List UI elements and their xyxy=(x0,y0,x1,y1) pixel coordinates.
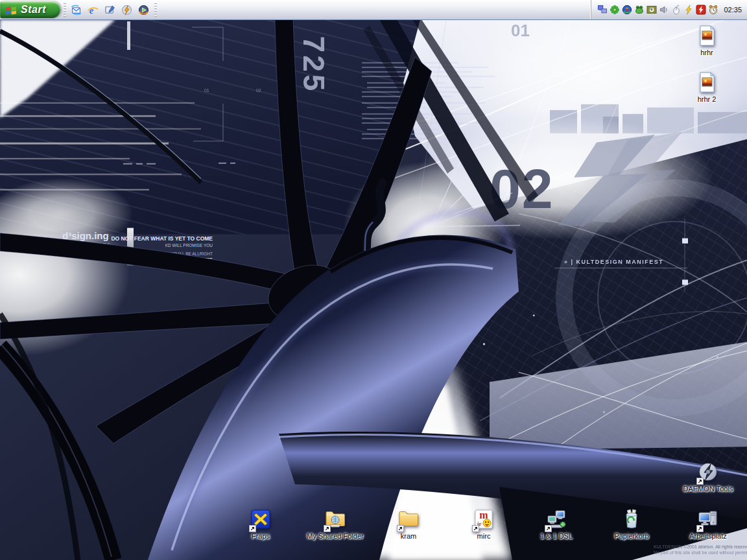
taskbar-drag-handle[interactable] xyxy=(154,3,157,17)
my-computer-icon xyxy=(697,508,719,530)
windows-logo-icon xyxy=(5,5,17,15)
frog-icon[interactable] xyxy=(634,5,645,16)
desktop-icon-papierkorb[interactable]: Papierkorb xyxy=(596,508,667,540)
panel-number-1: 01 xyxy=(204,88,209,93)
shortcut-arrow-icon xyxy=(696,523,704,530)
desktop-icon-label: DAEMON Tools xyxy=(683,485,733,493)
internet-explorer-icon[interactable]: e xyxy=(86,2,101,18)
folder-icon xyxy=(397,508,420,530)
mouse-icon[interactable] xyxy=(670,5,682,16)
desktop-icon-label: Fraps xyxy=(252,532,270,540)
desktop-icon-1und1-dsl[interactable]: 1 & 1 DSL xyxy=(521,508,592,540)
image-file-icon xyxy=(696,25,718,47)
desktop-icon-label: 1 & 1 DSL xyxy=(540,532,573,540)
desktop-icon-kram[interactable]: kram xyxy=(373,508,444,540)
lightning-bolt-icon[interactable] xyxy=(683,5,694,16)
svg-text:e: e xyxy=(89,5,94,15)
shared-folder-icon xyxy=(324,508,346,530)
recycle-bin-icon xyxy=(621,508,643,530)
quick-launch-bar: e xyxy=(69,2,151,18)
desktop-icon-daemon-tools[interactable]: DAEMON Tools xyxy=(672,461,744,493)
desktop-icon-label: hrhr xyxy=(700,49,713,56)
fraps-icon xyxy=(250,508,272,530)
copyright-line1: KULTDESIGN ©2001 ableton. All rights res… xyxy=(654,544,747,550)
volume-icon[interactable] xyxy=(658,5,669,16)
daemon-tools-icon xyxy=(697,461,719,483)
globe-badge-icon[interactable] xyxy=(621,5,632,16)
desktop-icon-hrhr[interactable]: hrhr xyxy=(671,25,742,56)
start-button[interactable]: Start xyxy=(0,1,60,18)
desktop-icon-label: kram xyxy=(401,532,416,540)
panel-number-2: 02 xyxy=(256,88,261,93)
system-tray: 02:35 xyxy=(591,0,747,19)
quicklaunch-drag-handle[interactable] xyxy=(64,3,66,17)
wallpaper-number-01: 01 xyxy=(511,21,530,40)
wallpaper-number-725: 725 xyxy=(297,36,331,94)
shortcut-arrow-icon xyxy=(696,476,704,483)
shortcut-arrow-icon xyxy=(324,523,331,530)
start-label: Start xyxy=(21,4,46,16)
green-flower-icon[interactable] xyxy=(609,5,620,16)
desktop-icon-label: hrhr 2 xyxy=(698,95,717,103)
network-connection-icon xyxy=(545,508,567,530)
desktop-icon-arbeitsplatz[interactable]: Arbeitsplatz xyxy=(672,508,744,540)
desktop-icon-hrhr-2[interactable]: hrhr 2 xyxy=(671,71,742,103)
network-computers-icon[interactable] xyxy=(597,5,608,16)
shortcut-arrow-icon xyxy=(249,523,256,530)
winamp-icon[interactable] xyxy=(120,2,134,18)
tray-clock[interactable]: 02:35 xyxy=(724,6,742,14)
desktop-icon-label: Papierkorb xyxy=(614,532,648,540)
desktop-icon-my-shared-folder[interactable]: My Shared Folder xyxy=(300,508,371,540)
desktop-icon-mirc[interactable]: m ir mirc xyxy=(448,508,519,540)
windows-media-player-icon[interactable] xyxy=(137,2,151,18)
manifest-title: » | KULTDESIGN MANIFEST xyxy=(564,259,663,265)
desktop-icon-label: My Shared Folder xyxy=(307,532,363,540)
desktop-screen: Start e xyxy=(0,0,747,560)
mirc-icon: m ir xyxy=(473,508,495,530)
show-desktop-icon[interactable] xyxy=(103,2,117,18)
desktop-icon-label: mirc xyxy=(477,532,491,540)
red-lightning-icon[interactable] xyxy=(695,5,706,16)
manifesto-line1: DO NOT FEAR WHAT IS YET TO COME xyxy=(111,235,213,242)
outlook-express-icon[interactable] xyxy=(69,2,84,18)
image-file-icon xyxy=(696,71,718,93)
nvidia-eye-icon[interactable] xyxy=(646,5,657,16)
manifesto-line2: KD WILL PROMISE YOU xyxy=(165,243,213,248)
brand-text: d³sign.ing xyxy=(62,230,109,241)
desktop-icon-label: Arbeitsplatz xyxy=(689,532,726,540)
desktop-area[interactable]: 01 01 02 xyxy=(0,19,747,560)
taskbar: Start e xyxy=(0,0,747,20)
wallpaper-art: 01 01 02 xyxy=(0,19,747,560)
shortcut-arrow-icon xyxy=(397,523,404,530)
shortcut-arrow-icon xyxy=(545,523,552,530)
copyright-line2: No part of this site shall be used witho… xyxy=(654,550,747,555)
alarm-clock-icon[interactable] xyxy=(707,5,718,16)
taskbar-empty-area xyxy=(160,0,591,19)
desktop-icon-fraps[interactable]: Fraps xyxy=(225,508,296,540)
svg-text:m: m xyxy=(479,509,488,520)
shortcut-arrow-icon xyxy=(472,523,479,530)
